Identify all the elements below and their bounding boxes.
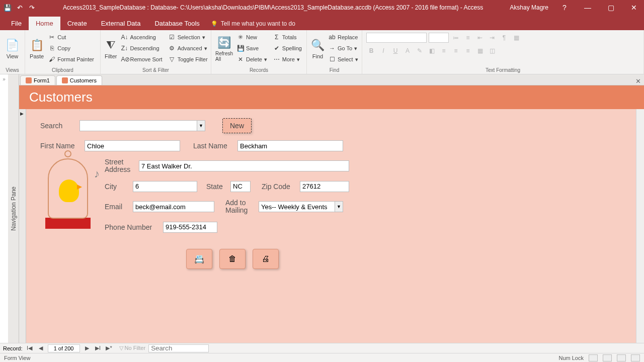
text-direction-icon[interactable]: ¶ <box>499 33 509 43</box>
paste-button[interactable]: 📋Paste <box>29 32 44 64</box>
replace-button[interactable]: abReplace <box>327 32 360 42</box>
tab-customers[interactable]: Customers <box>56 75 102 85</box>
next-record-button[interactable]: ▶ <box>83 345 91 351</box>
menu-external-data[interactable]: External Data <box>94 17 148 30</box>
toggle-filter-button[interactable]: ▽Toggle Filter <box>167 54 210 64</box>
mailing-label: Add to Mailing <box>225 199 255 215</box>
undo-icon[interactable]: ↶ <box>15 3 24 12</box>
copy-button[interactable]: ⎘Copy <box>46 43 96 53</box>
bullets-icon[interactable]: ≔ <box>451 33 461 43</box>
font-family-select[interactable] <box>366 33 427 43</box>
alt-row-color-icon[interactable]: ◫ <box>487 46 497 56</box>
fill-color-icon[interactable]: ▦ <box>511 33 521 43</box>
city-field[interactable] <box>133 181 197 192</box>
new-button[interactable]: New <box>222 118 252 133</box>
tab-form1[interactable]: Form1 <box>20 75 55 85</box>
first-record-button[interactable]: I◀ <box>26 345 34 351</box>
bold-icon[interactable]: B <box>366 46 376 56</box>
find-button[interactable]: 🔍Find <box>311 32 325 64</box>
tell-me-search[interactable]: Tell me what you want to do <box>211 20 295 30</box>
paint-icon[interactable]: ◧ <box>427 46 437 56</box>
email-field[interactable] <box>133 201 214 212</box>
totals-button[interactable]: ΣTotals <box>271 32 304 42</box>
form-icon <box>62 77 68 83</box>
navigation-pane[interactable]: Navigation Pane <box>8 74 19 343</box>
record-search-input[interactable] <box>148 344 209 352</box>
redo-icon[interactable]: ↷ <box>27 3 36 12</box>
menu-home[interactable]: Home <box>29 17 60 30</box>
brush-icon: 🖌 <box>48 56 55 63</box>
align-center-icon[interactable]: ≡ <box>451 46 461 56</box>
new-record-nav-button[interactable]: ▶* <box>105 345 113 351</box>
datasheet-view-button[interactable] <box>603 354 612 361</box>
nav-expand-button[interactable]: » <box>0 74 8 343</box>
new-record-button[interactable]: ✳New <box>235 32 269 42</box>
form-view-button[interactable] <box>589 354 598 361</box>
gridlines-icon[interactable]: ▦ <box>475 46 485 56</box>
goto-button[interactable]: →Go To▾ <box>327 43 360 53</box>
advanced-button[interactable]: ⚙Advanced▾ <box>167 43 210 53</box>
select-button[interactable]: ☐Select▾ <box>327 54 360 64</box>
phone-field[interactable] <box>163 222 217 233</box>
firstname-field[interactable] <box>85 140 180 151</box>
highlight-icon[interactable]: ✎ <box>415 46 425 56</box>
format-painter-button[interactable]: 🖌Format Painter <box>46 54 96 64</box>
mailing-combo[interactable]: Yes-- Weekly & Events▼ <box>259 201 343 212</box>
vertical-scrollbar[interactable] <box>636 109 644 343</box>
descending-button[interactable]: Z↓Descending <box>119 43 164 53</box>
menu-file[interactable]: File <box>4 17 29 30</box>
align-left-icon[interactable]: ≡ <box>439 46 449 56</box>
more-button[interactable]: ⋯More▾ <box>271 54 304 64</box>
close-icon[interactable]: ✕ <box>627 4 641 12</box>
font-color-icon[interactable]: A <box>403 46 413 56</box>
help-icon[interactable]: ? <box>557 4 572 12</box>
minimize-icon[interactable]: — <box>581 4 595 12</box>
lastname-field[interactable] <box>237 140 343 151</box>
maximize-icon[interactable]: ▢ <box>604 4 618 12</box>
last-record-button[interactable]: ▶I <box>94 345 102 351</box>
user-name[interactable]: Akshay Magre <box>510 4 548 11</box>
prev-record-button[interactable]: ◀ <box>37 345 45 351</box>
form-icon <box>26 77 32 83</box>
state-field[interactable] <box>230 181 251 192</box>
menu-create[interactable]: Create <box>60 17 94 30</box>
menu-database-tools[interactable]: Database Tools <box>147 17 206 30</box>
selection-button[interactable]: ☑Selection▾ <box>167 32 210 42</box>
record-position[interactable]: 1 of 200 <box>48 344 80 352</box>
record-selector[interactable] <box>19 109 26 343</box>
workspace: » Navigation Pane Form1 Customers ✕ Cust… <box>0 74 644 343</box>
street-field[interactable] <box>139 160 349 171</box>
indent-right-icon[interactable]: ⇥ <box>487 33 497 43</box>
view-button[interactable]: 📄View <box>4 32 21 64</box>
cut-button[interactable]: ✂Cut <box>46 32 96 42</box>
action-button-1[interactable]: 📇 <box>186 249 212 269</box>
save-icon: 💾 <box>237 45 244 52</box>
font-size-select[interactable] <box>429 33 449 43</box>
action-button-3[interactable]: 🖨 <box>253 249 279 269</box>
lastname-label: Last Name <box>193 142 233 150</box>
design-view-button[interactable] <box>631 354 640 361</box>
align-right-icon[interactable]: ≡ <box>463 46 473 56</box>
spelling-button[interactable]: ✔Spelling <box>271 43 304 53</box>
numbering-icon[interactable]: ≡ <box>463 33 473 43</box>
zip-field[interactable] <box>300 181 349 192</box>
refresh-all-button[interactable]: 🔄Refresh All <box>215 32 233 64</box>
action-button-2[interactable]: 🗑 <box>219 249 246 269</box>
layout-view-button[interactable] <box>617 354 626 361</box>
delete-record-button[interactable]: ✕Delete▾ <box>235 54 269 64</box>
replace-icon: ab <box>329 34 336 41</box>
search-combo[interactable]: ▼ <box>79 120 205 131</box>
cut-icon: ✂ <box>48 34 55 41</box>
ascending-button[interactable]: A↓Ascending <box>119 32 164 42</box>
save-record-button[interactable]: 💾Save <box>235 43 269 53</box>
filter-button[interactable]: ⧨Filter <box>105 32 117 64</box>
city-label: City <box>105 183 129 191</box>
indent-left-icon[interactable]: ⇤ <box>475 33 485 43</box>
chevron-down-icon: ▼ <box>197 121 205 131</box>
underline-icon[interactable]: U <box>390 46 400 56</box>
close-tab-button[interactable]: ✕ <box>635 77 641 85</box>
save-icon[interactable]: 💾 <box>3 3 12 12</box>
italic-icon[interactable]: I <box>378 46 388 56</box>
remove-sort-button[interactable]: A⊘Remove Sort <box>119 54 164 64</box>
paste-icon: 📋 <box>30 37 44 53</box>
